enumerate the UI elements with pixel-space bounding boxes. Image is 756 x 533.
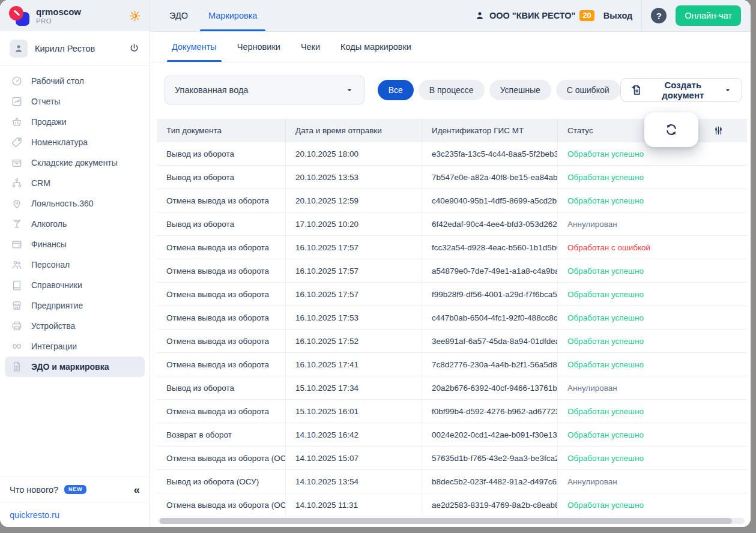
cell-document-type: Возврат в оборот (157, 423, 286, 446)
cell-document-type: Отмена вывода из оборота (157, 236, 286, 259)
sidebar-item-directories[interactable]: Справочники (5, 275, 145, 295)
subtab-drafts[interactable]: Черновики (237, 32, 280, 62)
table-row[interactable]: Отмена вывода из оборота 15.10.2025 16:0… (157, 400, 747, 423)
horizontal-scrollbar-thumb[interactable] (160, 518, 732, 524)
theme-toggle-sun-icon[interactable] (129, 10, 141, 22)
document-plus-icon (630, 83, 643, 97)
sliders-icon[interactable] (713, 125, 724, 136)
table-row[interactable]: Отмена вывода из оборота 16.10.2025 17:4… (157, 353, 747, 376)
create-document-button[interactable]: Создать документ (620, 78, 742, 102)
cell-status: Обработан успешно (558, 259, 747, 282)
subtab-documents[interactable]: Документы (172, 32, 217, 62)
sidebar-header: qrmoscow PRO (0, 0, 150, 31)
refresh-button[interactable] (644, 112, 698, 147)
logout-link[interactable]: Выход (603, 11, 632, 20)
table-row[interactable]: Возврат в оборот 14.10.2025 16:42 0024e2… (157, 423, 747, 447)
table-row[interactable]: Вывод из оборота 20.10.2025 13:53 7b547e… (157, 166, 747, 189)
cell-sent-datetime: 16.10.2025 17:52 (286, 330, 422, 352)
book-icon (11, 279, 23, 291)
cell-sent-datetime: 20.10.2025 13:53 (286, 166, 422, 188)
filter-chip-in-progress[interactable]: В процессе (419, 80, 485, 100)
table-row[interactable]: Отмена вывода из оборота 16.10.2025 17:5… (157, 283, 747, 306)
cell-status: Обработан успешно (558, 400, 747, 423)
cell-gis-mt-id: fcc32a54-d928-4eac-b560-1b1d5b0... (422, 236, 558, 259)
user-row: Кирилл Рестов (0, 31, 150, 66)
organization-switcher[interactable]: ООО "КВИК РЕСТО" 20 (474, 10, 594, 22)
sidebar-item-nomenclature[interactable]: Номенклатура (5, 132, 145, 152)
subtab-receipts[interactable]: Чеки (301, 32, 320, 62)
cell-sent-datetime: 16.10.2025 17:41 (286, 353, 422, 376)
desktop-icon (11, 75, 23, 87)
main-area: ЭДОМаркировка ООО "КВИК РЕСТО" 20 Выход … (150, 0, 751, 527)
cell-gis-mt-id: a54879e0-7de7-49e1-a1a8-c4a9ba... (422, 259, 558, 282)
status-filter-chips: ВсеВ процессеУспешныеС ошибкой (378, 80, 620, 100)
table-row[interactable]: Отмена вывода из оборота 20.10.2025 12:5… (157, 189, 747, 212)
online-chat-button[interactable]: Онлайн-чат (676, 5, 741, 26)
sidebar-nav: Рабочий стол Отчеты Продажи Номенклатура… (0, 66, 150, 477)
sidebar-item-loyalty[interactable]: Лояльность.360 (5, 193, 145, 214)
collapse-sidebar-icon[interactable]: « (133, 484, 140, 495)
cell-sent-datetime: 14.10.2025 13:54 (286, 470, 422, 493)
sidebar-item-integrations[interactable]: Интеграции (5, 336, 145, 357)
cell-sent-datetime: 20.10.2025 12:59 (286, 189, 422, 212)
cell-status: Обработан успешно (558, 493, 747, 516)
document-icon (11, 361, 23, 373)
cell-sent-datetime: 16.10.2025 17:57 (286, 236, 422, 259)
table-row[interactable]: Отмена вывода из оборота 16.10.2025 17:5… (157, 306, 747, 330)
loyalty-pin-icon (11, 197, 23, 209)
filter-chip-error[interactable]: С ошибкой (556, 80, 620, 100)
sidebar-item-sales[interactable]: Продажи (5, 112, 145, 132)
sidebar-item-enterprise[interactable]: Предприятие (5, 295, 145, 316)
sidebar-item-crm[interactable]: CRM (5, 173, 145, 193)
table-row[interactable]: Отмена вывода из оборота 16.10.2025 17:5… (157, 330, 747, 353)
whats-new-label[interactable]: Что нового? (10, 485, 58, 495)
table-row[interactable]: Отмена вывода из оборота (ОСУ) 14.10.202… (157, 447, 747, 470)
top-tabs: ЭДОМаркировка (169, 0, 257, 31)
app-window: qrmoscow PRO Кирилл Рестов Рабочий стол … (0, 0, 751, 527)
org-chart-icon (11, 177, 23, 189)
refresh-icon (664, 122, 679, 137)
subtab-codes[interactable]: Коды маркировки (340, 32, 411, 62)
column-header-3: Идентификатор ГИС МТ (422, 119, 558, 142)
cell-sent-datetime: 14.10.2025 16:42 (286, 423, 422, 446)
tab-edo[interactable]: ЭДО (169, 0, 188, 31)
table-row[interactable]: Вывод из оборота (ОСУ) 14.10.2025 13:54 … (157, 470, 747, 493)
cell-gis-mt-id: b8dec5b2-023f-4482-91a2-d497c63... (422, 470, 558, 493)
sidebar-item-reports[interactable]: Отчеты (5, 91, 145, 112)
printer-icon (11, 320, 23, 332)
cell-sent-datetime: 14.10.2025 11:31 (286, 493, 422, 516)
cell-status: Обработан успешно (558, 353, 747, 376)
logout-power-icon[interactable] (129, 43, 140, 54)
site-link[interactable]: quickresto.ru (10, 510, 59, 520)
user-avatar-icon (10, 40, 28, 58)
sidebar-item-desktop[interactable]: Рабочий стол (5, 71, 145, 91)
cell-status: Обработан успешно (558, 189, 747, 212)
sidebar-item-staff[interactable]: Персонал (5, 254, 145, 275)
sidebar-item-edo-marking[interactable]: ЭДО и маркировка (5, 357, 145, 377)
cell-gis-mt-id: 7b547e0e-a82a-40f8-be15-ea84ab9... (422, 166, 558, 188)
table-row[interactable]: Отмена вывода из оборота (ОСУ) 14.10.202… (157, 493, 747, 516)
storefront-icon (11, 300, 23, 312)
cell-sent-datetime: 16.10.2025 17:57 (286, 283, 422, 306)
help-button[interactable]: ? (651, 8, 667, 23)
cell-document-type: Отмена вывода из оборота (157, 306, 286, 329)
category-select[interactable]: Упакованная вода (165, 76, 364, 104)
cell-sent-datetime: 14.10.2025 15:07 (286, 447, 422, 469)
cell-gis-mt-id: 3ee891af-6a57-45da-8a94-01dfdea... (422, 330, 558, 352)
cell-status: Аннулирован (558, 212, 747, 235)
table-row[interactable]: Отмена вывода из оборота 16.10.2025 17:5… (157, 236, 747, 259)
sidebar-item-alcohol[interactable]: Алкоголь (5, 214, 145, 234)
filter-chip-all[interactable]: Все (378, 80, 414, 100)
cell-gis-mt-id: e3c235fa-13c5-4c44-8aa5-5f2beb3... (422, 142, 558, 165)
tab-marking[interactable]: Маркировка (208, 0, 257, 31)
cell-gis-mt-id: 0024e202-0cd1-42ae-b091-f30e137... (422, 423, 558, 446)
table-row[interactable]: Отмена вывода из оборота 16.10.2025 17:5… (157, 259, 747, 283)
sidebar-item-finance[interactable]: Финансы (5, 234, 145, 254)
table-row[interactable]: Вывод из оборота 15.10.2025 17:34 20a2b6… (157, 376, 747, 400)
table-row[interactable]: Вывод из оборота 17.10.2025 10:20 6f42ed… (157, 212, 747, 236)
filter-chip-success[interactable]: Успешные (489, 80, 551, 100)
sidebar-item-warehouse[interactable]: Складские документы (5, 152, 145, 173)
martini-icon (11, 218, 23, 230)
sidebar-item-devices[interactable]: Устройства (5, 316, 145, 336)
sidebar-footer: Что нового? NEW « quickresto.ru (0, 477, 150, 527)
